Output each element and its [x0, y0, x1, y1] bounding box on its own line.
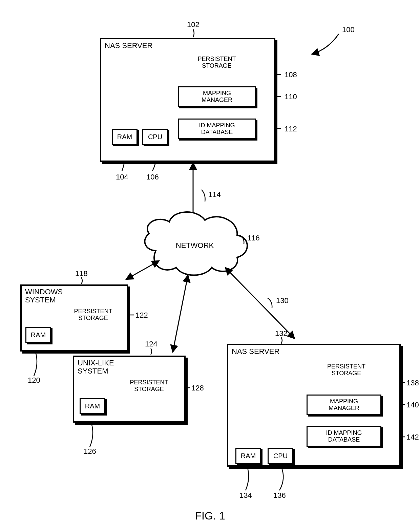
network-label: NETWORK	[171, 241, 218, 250]
unix-system-title: UNIX-LIKE SYSTEM	[74, 357, 184, 377]
persistent-storage-unix: PERSISTENT STORAGE	[125, 379, 173, 393]
ram-unix: RAM	[80, 398, 105, 414]
cpu-top: CPU	[142, 129, 168, 145]
figure-label: FIG. 1	[190, 510, 230, 522]
ram-top: RAM	[112, 129, 138, 145]
nas-server-top-title: NAS SERVER	[101, 39, 274, 52]
id-mapping-db-bottom: ID MAPPING DATABASE	[307, 426, 381, 447]
ref-106: 106	[146, 173, 159, 182]
ref-114: 114	[208, 190, 221, 199]
ref-118: 118	[75, 269, 88, 278]
ref-124: 124	[145, 340, 158, 348]
persistent-storage-top: PERSISTENT STORAGE	[190, 56, 244, 69]
ref-132: 132	[275, 329, 288, 338]
ref-126: 126	[84, 447, 96, 456]
cpu-bottom: CPU	[268, 448, 293, 464]
ref-104: 104	[116, 173, 128, 182]
mapping-manager-bottom: MAPPING MANAGER	[307, 395, 381, 415]
ram-bottom: RAM	[235, 448, 261, 464]
ram-windows: RAM	[25, 327, 51, 343]
ref-136: 136	[273, 491, 286, 500]
ref-128: 128	[191, 384, 204, 392]
persistent-storage-windows: PERSISTENT STORAGE	[69, 308, 117, 322]
ref-120: 120	[28, 376, 40, 385]
svg-line-5	[173, 275, 188, 352]
ref-102: 102	[187, 20, 200, 29]
windows-system-title: WINDOWS SYSTEM	[22, 286, 127, 306]
ref-108: 108	[285, 70, 297, 79]
nas-server-bottom-title: NAS SERVER	[228, 345, 399, 358]
svg-line-3	[126, 261, 159, 279]
ref-130: 130	[276, 296, 289, 305]
ref-112: 112	[285, 125, 297, 133]
ref-140: 140	[406, 401, 419, 409]
ref-138: 138	[406, 379, 419, 387]
mapping-manager-top: MAPPING MANAGER	[178, 86, 256, 107]
ref-122: 122	[135, 311, 148, 320]
ref-142: 142	[406, 433, 419, 442]
ref-110: 110	[285, 92, 297, 101]
ref-100: 100	[342, 25, 355, 34]
persistent-storage-bottom: PERSISTENT STORAGE	[320, 363, 373, 377]
ref-116: 116	[247, 234, 260, 242]
id-mapping-db-top: ID MAPPING DATABASE	[178, 119, 256, 139]
ref-134: 134	[239, 491, 252, 500]
